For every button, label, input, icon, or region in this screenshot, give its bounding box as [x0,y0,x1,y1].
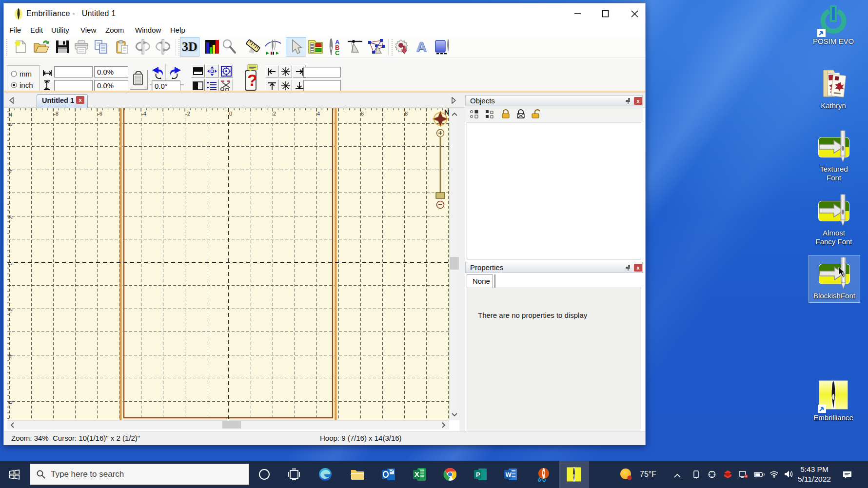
svg-text:P: P [476,471,480,478]
svg-text:-2: -2 [185,111,190,117]
svg-text:4: 4 [317,111,320,117]
svg-text:0: 0 [229,111,232,117]
svg-text:4: 4 [7,170,13,173]
svg-text:C: C [335,49,340,55]
svg-text:8: 8 [405,111,408,117]
svg-text:N: N [444,108,449,116]
svg-text:?: ? [247,71,257,89]
svg-text:0: 0 [7,262,13,265]
svg-text:6: 6 [361,111,364,117]
svg-text:-6: -6 [98,111,102,117]
svg-text:N: N [8,112,12,117]
svg-text:-6: -6 [7,401,13,406]
svg-text:-2: -2 [7,309,13,313]
svg-text:-8: -8 [54,111,59,117]
svg-text:-4: -4 [7,355,13,360]
svg-text:-4: -4 [141,111,146,117]
svg-text:2: 2 [7,216,13,219]
svg-text:2: 2 [273,111,276,117]
svg-text:6: 6 [7,123,13,126]
svg-text:W: W [506,471,512,478]
